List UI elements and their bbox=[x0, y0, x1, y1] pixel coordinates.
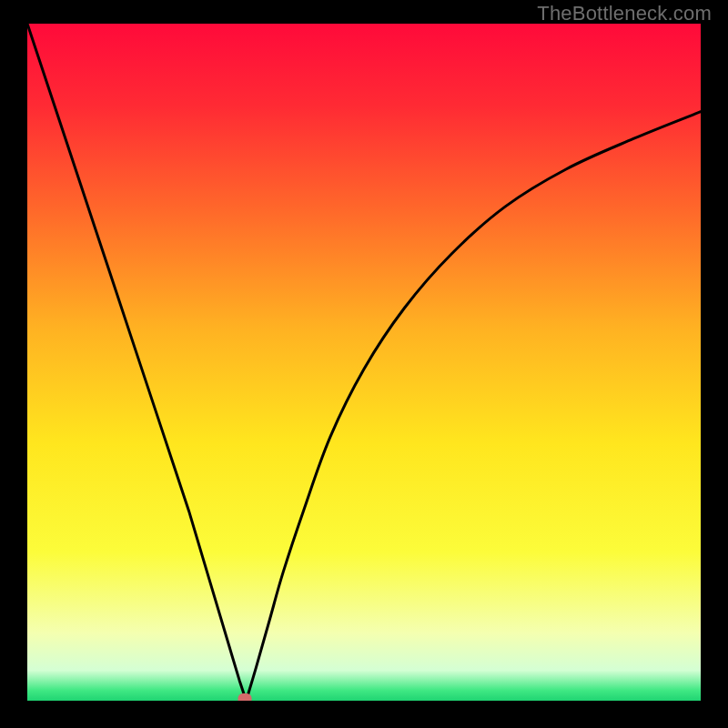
watermark-text: TheBottleneck.com bbox=[537, 2, 712, 25]
plot-frame bbox=[27, 24, 701, 701]
curve-left-branch bbox=[27, 24, 247, 701]
plot-area bbox=[27, 24, 701, 701]
chart-container: TheBottleneck.com bbox=[0, 0, 728, 728]
curve-right-branch bbox=[247, 112, 702, 701]
minimum-marker bbox=[238, 693, 252, 701]
curve-layer bbox=[27, 24, 701, 701]
